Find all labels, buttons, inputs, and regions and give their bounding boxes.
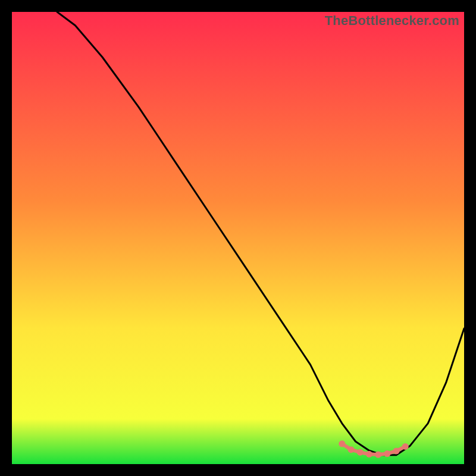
optimal-range-dot	[393, 448, 400, 455]
chart-outer-frame: TheBottlenecker.com	[12, 12, 464, 464]
optimal-range-dot	[357, 449, 364, 456]
bottleneck-chart	[12, 12, 464, 464]
optimal-range-dot	[384, 450, 390, 457]
optimal-range-dot	[348, 446, 355, 453]
watermark-text: TheBottlenecker.com	[325, 13, 459, 29]
optimal-range-dot	[366, 451, 372, 458]
optimal-range-dot	[402, 443, 409, 450]
gradient-background	[12, 12, 464, 464]
optimal-range-dot	[375, 452, 381, 458]
optimal-range-dot	[339, 440, 345, 447]
